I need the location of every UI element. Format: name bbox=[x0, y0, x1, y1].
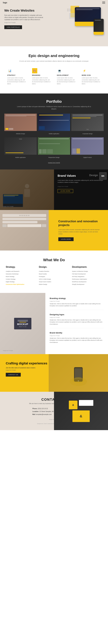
crafting-content: Crafting digital experiences Join the el… bbox=[6, 361, 49, 376]
what-title: What We Do bbox=[6, 258, 102, 262]
contact-section: a & CONTACT US We are here to meet any b… bbox=[0, 392, 108, 430]
construction-title: Construction and renovation projects bbox=[58, 220, 102, 227]
phone-label: Phone: bbox=[32, 408, 37, 410]
design-item-5: Visual Asset Creation bbox=[39, 280, 69, 283]
portfolio-grid-bottom: Mobile bbox=[4, 137, 104, 155]
portfolio-item-website-design[interactable] bbox=[4, 114, 37, 131]
development-item-2: Full Stack Development bbox=[72, 273, 102, 275]
mockup-line-yellow bbox=[19, 322, 26, 322]
brand-learn-button[interactable]: LEARN MORE bbox=[57, 189, 73, 193]
keyboard-visual bbox=[2, 214, 46, 246]
hamburger-line-3 bbox=[102, 3, 105, 4]
strategy-item-2: Interactive Workshops bbox=[6, 273, 36, 275]
construction-button[interactable]: LEARN MORE bbox=[58, 237, 74, 241]
development-item-5: WordPress Development bbox=[72, 280, 102, 283]
portfolio-subtitle: Lorem quisque id diam vel quam elementum… bbox=[17, 106, 91, 110]
development-icon: 💻 bbox=[57, 68, 62, 73]
contact-logo-visual: & bbox=[72, 410, 90, 422]
hand-phone-visual bbox=[64, 358, 93, 388]
contact-us-button[interactable]: CONTACT US bbox=[6, 373, 21, 376]
contact-ampersand: & bbox=[80, 414, 82, 418]
portfolio-label-5: Responsive Design bbox=[38, 157, 70, 158]
strategy-item-1: Analytics and Research bbox=[6, 270, 36, 273]
development-text: Lorem ipsum dolor sit amet, consectetur … bbox=[57, 77, 76, 85]
hamburger-line-1 bbox=[102, 2, 105, 2]
design-item-1: Creative Direction bbox=[39, 270, 69, 273]
portfolio-freepik-link[interactable]: Images from Freepik bbox=[48, 162, 60, 164]
design-item-2: Brand Guides bbox=[39, 273, 69, 275]
feature-strategy: 📊 STRATEGY Lorem ipsum dolor sit amet, c… bbox=[6, 67, 28, 86]
strategy-item-4: Content Strategy bbox=[6, 278, 36, 280]
epic-subtitle: Ut enim ad minim veniam, quis nostrud ex… bbox=[17, 60, 91, 62]
dots-decoration bbox=[67, 9, 72, 11]
what-columns: Strategy. Analytics and Research Interac… bbox=[6, 266, 102, 286]
brand-mk-badge: MK bbox=[99, 172, 107, 180]
mockup-text: MOCKUP bbox=[17, 323, 28, 326]
service-title-2: Designing logos bbox=[50, 314, 104, 316]
strategy-item-6: Conversion Rate Optimisation bbox=[6, 283, 36, 286]
portfolio-section: Portfolio Lorem quisque id diam vel quam… bbox=[0, 94, 108, 170]
service-designing-logos: Designing logos Image from Freepik Simpl… bbox=[50, 314, 104, 328]
service-label-1: Image from Freepik bbox=[50, 300, 104, 302]
features-grid: 📊 STRATEGY Lorem ipsum dolor sit amet, c… bbox=[6, 67, 102, 86]
contact-white-card bbox=[79, 400, 93, 406]
svg-point-5 bbox=[73, 377, 84, 383]
contact-bg-image: a & bbox=[54, 392, 108, 430]
service-label-3: Image from Freepik bbox=[50, 335, 104, 336]
hero-title: We Create Websites bbox=[4, 9, 45, 12]
portfolio-label-6: Digital Product bbox=[71, 157, 104, 158]
development-title: DEVELOPMENT bbox=[57, 74, 76, 76]
what-design-column: Design. Creative Direction Brand Guides … bbox=[39, 266, 69, 286]
service-title-3: Brand identity bbox=[50, 332, 104, 334]
design-item-4: UI/UX & Web Design bbox=[39, 278, 69, 280]
strategy-item-5: Digital Strategy bbox=[6, 280, 36, 283]
construction-background bbox=[0, 210, 49, 250]
construction-section: Construction and renovation projects Lor… bbox=[0, 210, 108, 250]
view-portfolio-button[interactable]: VIEW PORTFOLIO bbox=[4, 25, 22, 29]
portfolio-item-corporate-design[interactable]: Corp bbox=[71, 114, 104, 131]
phone-screen bbox=[94, 19, 104, 35]
extra-icon: ⚡ bbox=[82, 68, 87, 73]
development-list: System Architecture Design Full Stack De… bbox=[72, 270, 102, 286]
contact-visual-cards bbox=[79, 400, 93, 409]
portfolio-item-responsive-design[interactable] bbox=[38, 137, 70, 155]
portfolio-label-2: Mobile Application bbox=[38, 133, 70, 134]
portfolio-item-mobile-app-2[interactable]: Mobile bbox=[4, 137, 37, 155]
email-label: Mail: bbox=[32, 414, 36, 415]
branding-right-panel: Branding strategy Image from Freepik Sim… bbox=[45, 293, 108, 354]
epic-title: Epic design and engineering bbox=[6, 54, 102, 58]
brand-overlay: Images from Freepik bbox=[0, 170, 54, 210]
email-value: template@example.com bbox=[36, 414, 52, 415]
contact-yellow-badge: a bbox=[69, 400, 77, 409]
hero-content: We Create Websites Duis aute irure dolor… bbox=[4, 9, 45, 29]
branding-services-section: MOCKUP READY TO USE Image from Freepik B… bbox=[0, 293, 108, 354]
location-label: Location: bbox=[32, 411, 39, 412]
what-development-column: Development. System Architecture Design … bbox=[72, 266, 102, 286]
feature-extra: ⚡ MORE ICON Lorem ipsum dolor sit amet, … bbox=[80, 67, 102, 86]
portfolio-item-mobile-app-1[interactable] bbox=[38, 114, 70, 131]
logo: logo bbox=[3, 2, 7, 4]
development-item-6: Shopify Development bbox=[72, 283, 102, 286]
phone-device bbox=[94, 19, 104, 35]
development-item-3: 3rd Party Integrations bbox=[72, 275, 102, 278]
strategy-heading: Strategy. bbox=[6, 266, 36, 268]
strategy-list: Analytics and Research Interactive Works… bbox=[6, 270, 36, 286]
portfolio-label-1: Website Design bbox=[4, 133, 37, 134]
branding-left-panel: MOCKUP READY TO USE Image from Freepik bbox=[0, 293, 45, 354]
service-text-1: Simple text. Click to select the text bo… bbox=[50, 303, 104, 307]
brand-left-panel: Images from Freepik bbox=[0, 170, 54, 210]
design-list: Creative Direction Brand Guides Prototyp… bbox=[39, 270, 69, 286]
mockup-visual: MOCKUP READY TO USE bbox=[0, 293, 45, 354]
portfolio-labels-bottom: Mobile Application Responsive Design Dig… bbox=[4, 156, 104, 159]
hamburger-menu[interactable] bbox=[102, 2, 105, 4]
branding-text: Lorem ipsum dolor sit amet, consectetur … bbox=[32, 77, 51, 85]
portfolio-grid-top: Corp bbox=[4, 114, 104, 131]
brand-image-label: Images from Freepik bbox=[3, 206, 13, 207]
hero-section: We Create Websites Duis aute irure dolor… bbox=[0, 0, 108, 46]
portfolio-title: Portfolio bbox=[4, 99, 104, 104]
portfolio-label-4: Mobile Application bbox=[4, 157, 37, 158]
mockup-line-2 bbox=[18, 321, 28, 322]
contact-visual-items: a & bbox=[69, 400, 93, 422]
mockup-card: MOCKUP READY TO USE bbox=[14, 318, 31, 330]
portfolio-item-digital-product[interactable] bbox=[71, 137, 104, 155]
